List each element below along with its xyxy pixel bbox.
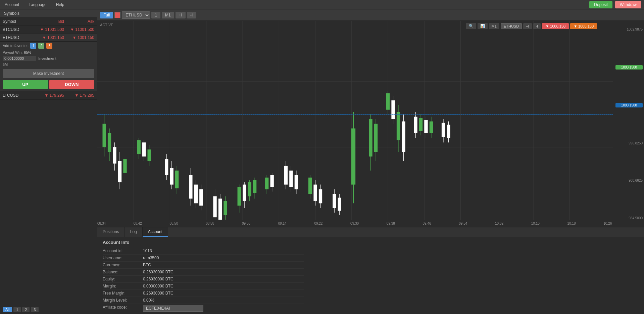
investment-input[interactable] bbox=[3, 56, 36, 61]
time-label-0930: 09:30 bbox=[350, 222, 359, 225]
tab-account[interactable]: Account bbox=[143, 227, 168, 237]
affiliate-input[interactable] bbox=[143, 305, 203, 312]
favorites-row: Add to favorites 1 2 3 bbox=[0, 42, 97, 50]
svg-rect-103 bbox=[442, 123, 445, 137]
svg-rect-71 bbox=[308, 178, 312, 194]
sidebar-tab-symbols[interactable]: Symbols bbox=[0, 9, 97, 18]
currency-row: Currency: BTC bbox=[103, 262, 304, 269]
main-layout: Symbols Symbol Bid Ask BTCUSD ▼ 11001.50… bbox=[0, 9, 644, 314]
equity-label: Equity: bbox=[103, 277, 143, 281]
svg-rect-43 bbox=[194, 185, 198, 204]
tb-tf-m1[interactable]: M1 bbox=[162, 12, 174, 18]
time-label-0850: 08:50 bbox=[169, 222, 178, 225]
chart-price1[interactable]: ▼ 1000.150 bbox=[542, 23, 569, 29]
account-id-label: Account id: bbox=[103, 249, 143, 253]
svg-rect-65 bbox=[284, 166, 288, 185]
chart-bar-btn[interactable]: 📊 bbox=[478, 23, 488, 29]
svg-rect-99 bbox=[424, 120, 428, 133]
tab-log[interactable]: Log bbox=[125, 227, 143, 237]
svg-rect-93 bbox=[402, 122, 405, 152]
ethusd-expanded: ETHUSD ▼ 1001.150 ▼ 1001.150 Add to favo… bbox=[0, 34, 97, 91]
currency-label: Currency: bbox=[103, 263, 143, 267]
filter-2[interactable]: 2 bbox=[22, 307, 30, 312]
chart-minus-btn[interactable]: -I bbox=[533, 23, 541, 29]
menu-language[interactable]: Language bbox=[27, 1, 48, 8]
chart-top-controls: 🔍 📊 M1 ETHUSD +I -I ▼ 1000.150 ▼ 1000.15… bbox=[466, 23, 597, 29]
chart-plus-btn[interactable]: +I bbox=[523, 23, 532, 29]
payout-value: 65% bbox=[24, 50, 31, 54]
fav-btn-2[interactable]: 2 bbox=[38, 43, 44, 49]
time-label-0922: 09:22 bbox=[314, 222, 323, 225]
deposit-button[interactable]: Deposit bbox=[589, 1, 612, 8]
svg-rect-39 bbox=[175, 171, 179, 188]
svg-rect-61 bbox=[265, 178, 268, 189]
svg-rect-73 bbox=[313, 185, 317, 201]
chart-m1-btn[interactable]: M1 bbox=[489, 23, 499, 29]
price-level-2: 1000.1500 bbox=[615, 103, 643, 107]
ethusd-ask: ▼ 1001.150 bbox=[64, 35, 94, 40]
favorites-label: Add to favorites bbox=[3, 44, 28, 48]
tb-tf-1[interactable]: 1 bbox=[151, 12, 160, 18]
price-level-0: 1002.9875 bbox=[615, 28, 643, 31]
chart-toolbar: Full ETHUSD 1 M1 +I -I bbox=[97, 9, 644, 21]
down-button[interactable]: DOWN bbox=[49, 80, 95, 89]
equity-row: Equity: 0.26930000 BTC bbox=[103, 276, 304, 283]
svg-rect-35 bbox=[165, 159, 168, 175]
up-button[interactable]: UP bbox=[3, 80, 48, 89]
header-symbol: Symbol bbox=[3, 19, 34, 24]
ethusd-bid: ▼ 1001.150 bbox=[34, 35, 64, 40]
svg-rect-67 bbox=[289, 171, 293, 187]
header-ask: Ask bbox=[64, 19, 94, 24]
svg-rect-89 bbox=[391, 100, 395, 119]
svg-rect-33 bbox=[147, 149, 151, 161]
withdraw-button[interactable]: Withdraw bbox=[615, 1, 641, 8]
equity-value: 0.26930000 BTC bbox=[143, 277, 174, 281]
duration-value: 5M bbox=[3, 62, 8, 66]
menu-help[interactable]: Help bbox=[54, 1, 66, 8]
btcusd-bid: ▼ 11001.500 bbox=[34, 27, 64, 32]
margin-label: Margin: bbox=[103, 284, 143, 288]
symbol-row-ethusd[interactable]: ETHUSD ▼ 1001.150 ▼ 1001.150 bbox=[0, 34, 97, 42]
svg-rect-79 bbox=[338, 198, 341, 211]
time-label-0946: 09:46 bbox=[423, 222, 431, 225]
color-picker[interactable] bbox=[114, 12, 120, 18]
fav-btn-3[interactable]: 3 bbox=[46, 43, 52, 49]
svg-rect-31 bbox=[142, 142, 146, 156]
svg-rect-91 bbox=[397, 112, 400, 140]
fav-btn-1[interactable]: 1 bbox=[30, 43, 36, 49]
chart-area: Full ETHUSD 1 M1 +I -I ACTIVE 🔍 📊 M1 ETH bbox=[97, 9, 644, 227]
chart-symbol-label: ETHUSD bbox=[501, 23, 522, 29]
svg-rect-45 bbox=[199, 189, 203, 206]
btcusd-ask: ▼ 11001.500 bbox=[64, 27, 94, 32]
symbol-row-btcusd[interactable]: BTCUSD ▼ 11001.500 ▼ 11001.500 bbox=[0, 26, 97, 34]
account-info-table: Account id: 1013 Username: ram3500 Curre… bbox=[103, 248, 304, 313]
symbol-select[interactable]: ETHUSD bbox=[122, 11, 150, 19]
svg-rect-27 bbox=[123, 159, 127, 173]
chart-zoom-btn[interactable]: 🔍 bbox=[466, 23, 476, 29]
filter-3[interactable]: 3 bbox=[31, 307, 38, 312]
filter-all[interactable]: All bbox=[3, 307, 12, 312]
tb-tf-minus[interactable]: -I bbox=[187, 12, 196, 18]
svg-rect-105 bbox=[447, 125, 450, 138]
tab-positions[interactable]: Positions bbox=[97, 227, 125, 237]
currency-value: BTC bbox=[143, 263, 151, 267]
account-id-row: Account id: 1013 bbox=[103, 248, 304, 255]
svg-rect-75 bbox=[319, 189, 322, 204]
tb-full[interactable]: Full bbox=[100, 12, 113, 18]
make-investment-button[interactable]: Make Investment bbox=[3, 69, 94, 78]
symbol-row-ltcusd[interactable]: LTCUSD ▼ 179.295 ▼ 179.295 bbox=[0, 91, 97, 100]
time-label-0858: 08:58 bbox=[206, 222, 214, 225]
bottom-panel: Positions Log Account Account Info Accou… bbox=[97, 227, 644, 314]
ltcusd-ask: ▼ 179.295 bbox=[64, 93, 94, 98]
tb-tf-plus[interactable]: +I bbox=[176, 12, 186, 18]
time-label-1018: 10:18 bbox=[567, 222, 576, 225]
margin-row: Margin: 0.00000000 BTC bbox=[103, 283, 304, 290]
time-label-0842: 08:42 bbox=[134, 222, 142, 225]
filter-1[interactable]: 1 bbox=[13, 307, 21, 312]
chart-price2[interactable]: ▼ 1000.150 bbox=[570, 23, 597, 29]
time-axis: 08:34 08:42 08:50 08:58 09:06 09:14 09:2… bbox=[97, 220, 614, 227]
sidebar: Symbols Symbol Bid Ask BTCUSD ▼ 11001.50… bbox=[0, 9, 97, 314]
menu-account[interactable]: Account bbox=[3, 1, 21, 8]
price-axis: 1002.9875 1000.1500 1000.1500 996.8250 9… bbox=[614, 21, 644, 227]
svg-rect-85 bbox=[374, 124, 378, 152]
